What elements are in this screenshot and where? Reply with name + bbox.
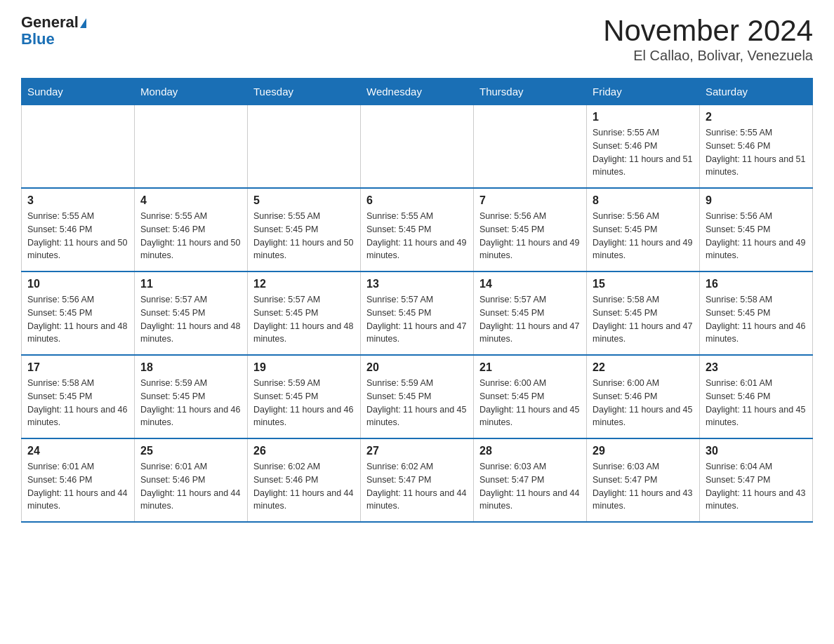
cell-week4-day2: 19Sunrise: 5:59 AMSunset: 5:45 PMDayligh…: [248, 355, 361, 438]
day-info: Sunrise: 6:00 AMSunset: 5:46 PMDaylight:…: [593, 377, 694, 429]
day-info: Sunrise: 5:59 AMSunset: 5:45 PMDaylight:…: [253, 377, 355, 429]
cell-week1-day1: [135, 105, 248, 189]
page-title: November 2024: [603, 14, 813, 48]
cell-week3-day6: 16Sunrise: 5:58 AMSunset: 5:45 PMDayligh…: [700, 271, 813, 355]
cell-week4-day5: 22Sunrise: 6:00 AMSunset: 5:46 PMDayligh…: [587, 355, 700, 438]
calendar-body: 1Sunrise: 5:55 AMSunset: 5:46 PMDaylight…: [22, 105, 813, 523]
day-info: Sunrise: 5:56 AMSunset: 5:45 PMDaylight:…: [593, 210, 694, 262]
logo-triangle-icon: [80, 18, 86, 28]
header-friday: Friday: [587, 79, 700, 105]
cell-week3-day4: 14Sunrise: 5:57 AMSunset: 5:45 PMDayligh…: [474, 271, 587, 355]
cell-week4-day6: 23Sunrise: 6:01 AMSunset: 5:46 PMDayligh…: [700, 355, 813, 438]
day-number: 10: [27, 278, 128, 290]
cell-week2-day2: 5Sunrise: 5:55 AMSunset: 5:45 PMDaylight…: [248, 188, 361, 271]
header-saturday: Saturday: [700, 79, 813, 105]
header-wednesday: Wednesday: [361, 79, 474, 105]
day-number: 8: [593, 194, 694, 207]
week-row-4: 17Sunrise: 5:58 AMSunset: 5:45 PMDayligh…: [22, 355, 813, 438]
cell-week2-day4: 7Sunrise: 5:56 AMSunset: 5:45 PMDaylight…: [474, 188, 587, 271]
day-number: 23: [706, 361, 807, 374]
day-number: 3: [27, 194, 128, 207]
cell-week1-day3: [361, 105, 474, 189]
cell-week1-day2: [248, 105, 361, 189]
day-number: 18: [140, 361, 241, 374]
week-row-2: 3Sunrise: 5:55 AMSunset: 5:46 PMDaylight…: [22, 188, 813, 271]
cell-week5-day4: 28Sunrise: 6:03 AMSunset: 5:47 PMDayligh…: [474, 438, 587, 522]
cell-week3-day3: 13Sunrise: 5:57 AMSunset: 5:45 PMDayligh…: [361, 271, 474, 355]
day-number: 11: [140, 278, 241, 290]
day-number: 13: [366, 278, 468, 290]
header-thursday: Thursday: [474, 79, 587, 105]
day-info: Sunrise: 5:58 AMSunset: 5:45 PMDaylight:…: [706, 293, 807, 346]
day-info: Sunrise: 5:55 AMSunset: 5:46 PMDaylight:…: [593, 126, 694, 179]
day-info: Sunrise: 6:03 AMSunset: 5:47 PMDaylight:…: [593, 460, 694, 513]
day-info: Sunrise: 5:55 AMSunset: 5:46 PMDaylight:…: [706, 126, 807, 179]
cell-week3-day2: 12Sunrise: 5:57 AMSunset: 5:45 PMDayligh…: [248, 271, 361, 355]
day-info: Sunrise: 6:00 AMSunset: 5:45 PMDaylight:…: [479, 377, 581, 429]
day-number: 19: [253, 361, 355, 374]
day-info: Sunrise: 5:55 AMSunset: 5:45 PMDaylight:…: [253, 210, 355, 262]
day-number: 4: [140, 194, 241, 207]
cell-week5-day3: 27Sunrise: 6:02 AMSunset: 5:47 PMDayligh…: [361, 438, 474, 522]
day-info: Sunrise: 6:01 AMSunset: 5:46 PMDaylight:…: [706, 377, 807, 429]
day-info: Sunrise: 5:55 AMSunset: 5:46 PMDaylight:…: [27, 210, 128, 262]
calendar-header: SundayMondayTuesdayWednesdayThursdayFrid…: [22, 79, 813, 105]
day-number: 29: [593, 445, 694, 457]
day-number: 28: [479, 445, 581, 457]
cell-week5-day6: 30Sunrise: 6:04 AMSunset: 5:47 PMDayligh…: [700, 438, 813, 522]
day-number: 17: [27, 361, 128, 374]
calendar-table: SundayMondayTuesdayWednesdayThursdayFrid…: [21, 78, 813, 523]
cell-week1-day5: 1Sunrise: 5:55 AMSunset: 5:46 PMDaylight…: [587, 105, 700, 189]
day-info: Sunrise: 6:02 AMSunset: 5:47 PMDaylight:…: [366, 460, 468, 513]
day-number: 9: [706, 194, 807, 207]
day-number: 26: [253, 445, 355, 457]
day-number: 14: [479, 278, 581, 290]
day-info: Sunrise: 5:56 AMSunset: 5:45 PMDaylight:…: [27, 293, 128, 346]
cell-week1-day6: 2Sunrise: 5:55 AMSunset: 5:46 PMDaylight…: [700, 105, 813, 189]
day-number: 7: [479, 194, 581, 207]
day-number: 27: [366, 445, 468, 457]
cell-week4-day1: 18Sunrise: 5:59 AMSunset: 5:45 PMDayligh…: [135, 355, 248, 438]
location-subtitle: El Callao, Bolivar, Venezuela: [603, 48, 813, 64]
cell-week3-day5: 15Sunrise: 5:58 AMSunset: 5:45 PMDayligh…: [587, 271, 700, 355]
day-info: Sunrise: 5:57 AMSunset: 5:45 PMDaylight:…: [479, 293, 581, 346]
cell-week1-day0: [22, 105, 135, 189]
day-number: 22: [593, 361, 694, 374]
week-row-5: 24Sunrise: 6:01 AMSunset: 5:46 PMDayligh…: [22, 438, 813, 522]
cell-week4-day4: 21Sunrise: 6:00 AMSunset: 5:45 PMDayligh…: [474, 355, 587, 438]
cell-week1-day4: [474, 105, 587, 189]
day-info: Sunrise: 5:55 AMSunset: 5:46 PMDaylight:…: [140, 210, 241, 262]
header-sunday: Sunday: [22, 79, 135, 105]
cell-week5-day1: 25Sunrise: 6:01 AMSunset: 5:46 PMDayligh…: [135, 438, 248, 522]
day-info: Sunrise: 6:01 AMSunset: 5:46 PMDaylight:…: [27, 460, 128, 513]
logo-blue-text: Blue: [21, 31, 86, 48]
week-row-3: 10Sunrise: 5:56 AMSunset: 5:45 PMDayligh…: [22, 271, 813, 355]
day-number: 24: [27, 445, 128, 457]
logo: General Blue: [21, 14, 86, 48]
day-info: Sunrise: 5:57 AMSunset: 5:45 PMDaylight:…: [366, 293, 468, 346]
day-info: Sunrise: 5:59 AMSunset: 5:45 PMDaylight:…: [366, 377, 468, 429]
cell-week4-day0: 17Sunrise: 5:58 AMSunset: 5:45 PMDayligh…: [22, 355, 135, 438]
day-info: Sunrise: 5:56 AMSunset: 5:45 PMDaylight:…: [706, 210, 807, 262]
day-info: Sunrise: 5:58 AMSunset: 5:45 PMDaylight:…: [593, 293, 694, 346]
day-info: Sunrise: 5:55 AMSunset: 5:45 PMDaylight:…: [366, 210, 468, 262]
title-block: November 2024 El Callao, Bolivar, Venezu…: [603, 14, 813, 64]
header-tuesday: Tuesday: [248, 79, 361, 105]
logo-general-text: General: [21, 13, 79, 31]
cell-week2-day0: 3Sunrise: 5:55 AMSunset: 5:46 PMDaylight…: [22, 188, 135, 271]
cell-week5-day0: 24Sunrise: 6:01 AMSunset: 5:46 PMDayligh…: [22, 438, 135, 522]
week-row-1: 1Sunrise: 5:55 AMSunset: 5:46 PMDaylight…: [22, 105, 813, 189]
day-info: Sunrise: 6:02 AMSunset: 5:46 PMDaylight:…: [253, 460, 355, 513]
day-number: 5: [253, 194, 355, 207]
day-number: 25: [140, 445, 241, 457]
day-info: Sunrise: 5:56 AMSunset: 5:45 PMDaylight:…: [479, 210, 581, 262]
page-header: General Blue November 2024 El Callao, Bo…: [21, 14, 813, 64]
cell-week3-day1: 11Sunrise: 5:57 AMSunset: 5:45 PMDayligh…: [135, 271, 248, 355]
day-number: 6: [366, 194, 468, 207]
cell-week5-day2: 26Sunrise: 6:02 AMSunset: 5:46 PMDayligh…: [248, 438, 361, 522]
day-info: Sunrise: 6:03 AMSunset: 5:47 PMDaylight:…: [479, 460, 581, 513]
day-number: 2: [706, 111, 807, 123]
header-monday: Monday: [135, 79, 248, 105]
day-info: Sunrise: 5:59 AMSunset: 5:45 PMDaylight:…: [140, 377, 241, 429]
day-info: Sunrise: 6:04 AMSunset: 5:47 PMDaylight:…: [706, 460, 807, 513]
